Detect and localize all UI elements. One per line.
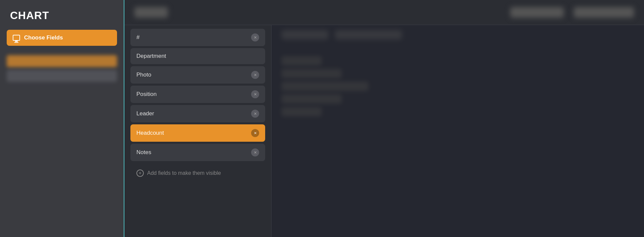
arrow-down-icon	[272, 131, 275, 168]
right-blurred-rows	[272, 49, 644, 123]
field-label-department: Department	[136, 53, 166, 60]
right-content	[272, 25, 644, 237]
add-fields-row[interactable]: + Add fields to make them visible	[124, 164, 271, 182]
arrow-up-icon	[272, 94, 275, 131]
field-close-position[interactable]	[251, 90, 259, 98]
fields-panel: # Department Photo Position Leader	[124, 25, 272, 237]
field-label-hash: #	[136, 34, 139, 41]
monitor-icon	[13, 35, 20, 41]
right-blurred-row-5	[282, 107, 322, 116]
field-label-position: Position	[136, 91, 156, 98]
right-blurred-row-4	[282, 94, 342, 104]
top-bar-blurred-1	[134, 7, 168, 18]
sidebar: CHART Choose Fields	[0, 0, 124, 237]
field-label-notes: Notes	[136, 149, 151, 156]
arrows-overlay	[272, 94, 275, 168]
top-bar-blurred-3	[574, 7, 634, 18]
app-title: CHART	[0, 0, 124, 30]
right-blurred-row-2	[282, 69, 342, 78]
field-close-headcount[interactable]	[251, 129, 259, 137]
top-bar	[124, 0, 644, 25]
field-item-hash[interactable]: #	[130, 29, 265, 46]
add-fields-label: Add fields to make them visible	[147, 170, 221, 176]
field-label-photo: Photo	[136, 72, 151, 78]
field-item-headcount[interactable]: Headcount	[130, 124, 265, 142]
content-row: # Department Photo Position Leader	[124, 25, 644, 237]
field-close-photo[interactable]	[251, 71, 259, 79]
right-blurred-row-3	[282, 82, 368, 91]
field-item-notes[interactable]: Notes	[130, 144, 265, 161]
right-blurred-block-2	[335, 30, 402, 39]
sidebar-blurred-items	[0, 52, 124, 85]
field-item-photo[interactable]: Photo	[130, 66, 265, 84]
field-close-hash[interactable]	[251, 33, 259, 41]
main-area: # Department Photo Position Leader	[124, 0, 644, 237]
field-item-leader[interactable]: Leader	[130, 105, 265, 122]
top-bar-blurred-2	[510, 7, 564, 18]
choose-fields-button[interactable]: Choose Fields	[7, 30, 117, 46]
right-blurred-block-1	[282, 30, 328, 39]
field-label-leader: Leader	[136, 110, 154, 117]
right-top-blurred	[272, 30, 644, 39]
sidebar-blurred-item-2	[7, 70, 117, 82]
sidebar-blurred-item-1	[7, 55, 117, 67]
field-close-leader[interactable]	[251, 110, 259, 118]
field-item-department[interactable]: Department	[130, 48, 265, 64]
choose-fields-label: Choose Fields	[24, 34, 63, 41]
field-close-notes[interactable]	[251, 148, 259, 156]
field-label-headcount: Headcount	[136, 130, 164, 136]
add-icon: +	[136, 169, 144, 177]
right-blurred-row-1	[282, 56, 322, 66]
field-item-position[interactable]: Position	[130, 86, 265, 103]
